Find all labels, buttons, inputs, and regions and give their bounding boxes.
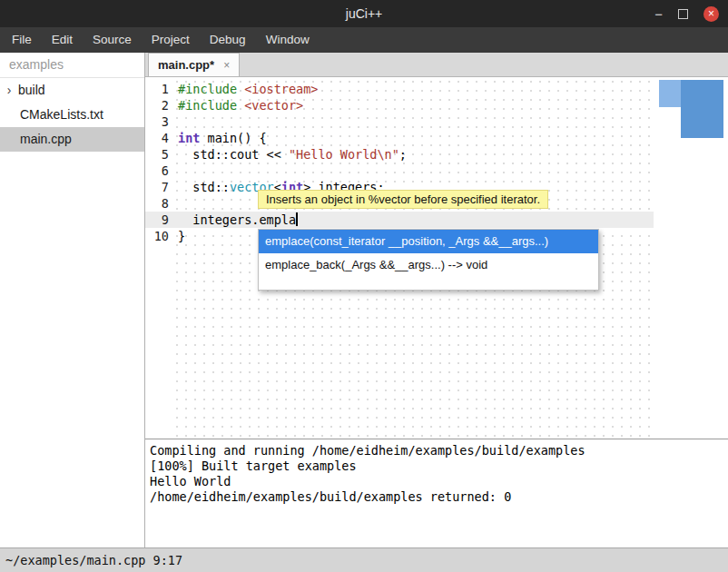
- menu-item-project[interactable]: Project: [142, 27, 200, 53]
- line-number: 2: [145, 97, 169, 113]
- line-number: 5: [145, 146, 169, 163]
- title-bar: juCi++ − ×: [0, 0, 728, 27]
- autocomplete-popup: emplace(const_iterator __position, _Args…: [258, 229, 599, 291]
- code-line[interactable]: int main() {: [178, 130, 407, 146]
- window-controls: − ×: [654, 0, 719, 27]
- restore-icon[interactable]: [678, 9, 688, 19]
- tree-item-build[interactable]: › build: [0, 78, 144, 103]
- code-line[interactable]: [178, 163, 407, 179]
- scrollbar-thumb[interactable]: [681, 80, 723, 138]
- text-cursor: [296, 212, 298, 226]
- code-line[interactable]: [178, 113, 407, 130]
- tab-label: main.cpp*: [158, 58, 214, 72]
- tree-item-main-cpp[interactable]: main.cpp: [0, 127, 144, 152]
- output-line: Hello World: [150, 474, 723, 489]
- build-output-panel[interactable]: Compiling and running /home/eidheim/exam…: [145, 439, 728, 547]
- menu-item-file[interactable]: File: [2, 27, 42, 53]
- output-line: Compiling and running /home/eidheim/exam…: [150, 443, 723, 459]
- tab-bar: main.cpp* ×: [145, 53, 728, 77]
- tab-main-cpp[interactable]: main.cpp* ×: [148, 53, 240, 76]
- app-window: juCi++ − × File Edit Source Project Debu…: [0, 0, 728, 572]
- line-number: 10: [145, 228, 169, 244]
- file-path-and-cursor-position: ~/examples/main.cpp 9:17: [5, 553, 182, 567]
- code-line[interactable]: #include <vector>: [178, 97, 407, 113]
- main-area: examples › build CMakeLists.txt main.cpp…: [0, 53, 728, 547]
- menu-bar: File Edit Source Project Debug Window: [0, 27, 728, 53]
- line-number: 7: [145, 179, 169, 195]
- file-tree-panel: examples › build CMakeLists.txt main.cpp: [0, 53, 145, 547]
- doc-tooltip: Inserts an object in %vector before spec…: [258, 190, 548, 209]
- code-line-current[interactable]: integers.empla: [178, 212, 407, 228]
- line-number: 8: [145, 195, 169, 212]
- line-number: 3: [145, 113, 169, 130]
- output-line: /home/eidheim/examples/build/examples re…: [150, 489, 723, 505]
- close-icon[interactable]: ×: [223, 59, 230, 72]
- chevron-right-icon[interactable]: ›: [0, 78, 18, 103]
- source-editor[interactable]: 1 2 3 4 5 6 7 8 9 10 #include <iostream>…: [145, 77, 728, 439]
- menu-item-source[interactable]: Source: [83, 27, 142, 53]
- output-line: [100%] Built target examples: [150, 459, 723, 474]
- editor-column: main.cpp* × 1 2 3 4 5 6 7 8 9 1: [145, 53, 728, 547]
- status-bar: ~/examples/main.cpp 9:17: [0, 547, 728, 572]
- close-button[interactable]: ×: [703, 6, 719, 22]
- line-number-gutter: 1 2 3 4 5 6 7 8 9 10: [145, 81, 169, 244]
- menu-item-edit[interactable]: Edit: [42, 27, 83, 53]
- minimize-button[interactable]: −: [654, 7, 663, 21]
- completion-item-emplace-back[interactable]: emplace_back(_Args &&__args...) --> void: [259, 253, 598, 277]
- tree-item-label: main.cpp: [20, 127, 72, 152]
- tree-item-label: CMakeLists.txt: [20, 103, 103, 127]
- completion-item-emplace[interactable]: emplace(const_iterator __position, _Args…: [259, 230, 598, 253]
- line-number: 4: [145, 130, 169, 146]
- menu-item-debug[interactable]: Debug: [200, 27, 256, 53]
- tree-item-label: build: [18, 78, 45, 103]
- tree-item-cmakelists[interactable]: CMakeLists.txt: [0, 103, 144, 127]
- line-number: 9: [145, 212, 169, 228]
- window-title: juCi++: [346, 6, 382, 21]
- menu-item-window[interactable]: Window: [256, 27, 320, 53]
- project-name-label: examples: [0, 53, 144, 78]
- line-number: 6: [145, 163, 169, 179]
- code-line[interactable]: #include <iostream>: [178, 81, 407, 97]
- code-area[interactable]: #include <iostream> #include <vector> in…: [178, 81, 407, 244]
- code-line[interactable]: std::cout << "Hello World\n";: [178, 146, 407, 163]
- line-number: 1: [145, 81, 169, 97]
